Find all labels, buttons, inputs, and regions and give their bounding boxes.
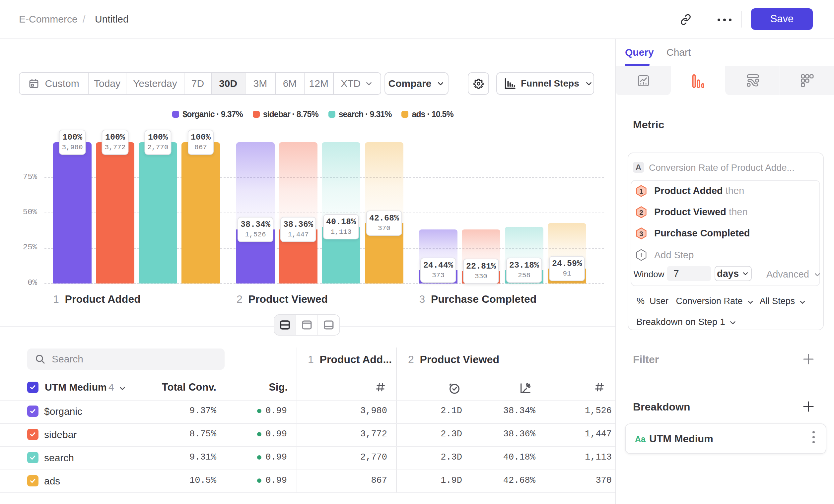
- svg-text:1: 1: [639, 187, 643, 195]
- svg-text:3: 3: [639, 230, 643, 237]
- svg-text:2: 2: [639, 209, 643, 216]
